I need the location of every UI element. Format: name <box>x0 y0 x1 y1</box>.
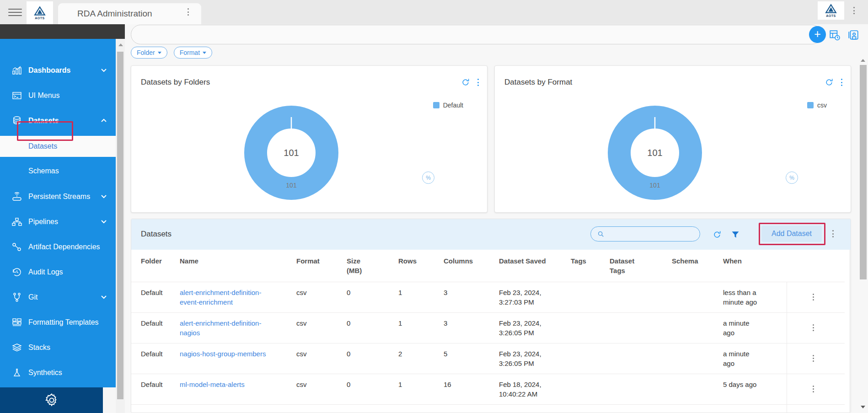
sidebar-scrollbar[interactable] <box>116 39 125 413</box>
sidebar-item-persistent-streams[interactable]: Persistent Streams <box>0 186 116 207</box>
sidebar-item-formatting-templates[interactable]: Formatting Templates <box>0 312 116 333</box>
dataset-link[interactable]: alert-enrichment-definition-vrops-new <box>180 410 279 413</box>
cell-rows: 1 <box>398 405 444 413</box>
column-header-dataset-tags[interactable]: Dataset Tags <box>610 250 672 282</box>
sidebar-item-ui-menus[interactable]: UI Menus <box>0 85 116 106</box>
brand-text: AOTS <box>826 14 836 17</box>
cell-name[interactable]: ml-model-meta-alerts <box>180 374 296 405</box>
scroll-up-icon[interactable] <box>861 59 865 62</box>
refresh-icon[interactable] <box>461 78 470 87</box>
cell-rows: 1 <box>398 313 444 343</box>
dataset-link[interactable]: alert-enrichment-definition-nagios <box>180 318 279 338</box>
row-more-icon[interactable] <box>813 294 814 300</box>
global-search-input[interactable] <box>131 25 822 44</box>
sidebar-item-pipelines[interactable]: Pipelines <box>0 211 116 232</box>
save-icon[interactable] <box>847 29 859 43</box>
sidebar-label: Synthetics <box>28 369 62 377</box>
scroll-down-icon[interactable] <box>861 406 865 408</box>
card-more-icon[interactable] <box>477 79 479 86</box>
account-logo[interactable]: AOTS <box>818 1 844 20</box>
filter-chip-folder[interactable]: Folder <box>131 47 167 59</box>
add-dataset-button[interactable]: Add Dataset <box>761 225 822 242</box>
dataset-link[interactable]: alert-enrichment-definition-event-enrich… <box>180 288 279 307</box>
search-input[interactable] <box>608 230 691 238</box>
column-header-actions <box>787 250 845 282</box>
cell-dataset-tags <box>610 282 672 313</box>
sidebar-item-git[interactable]: Git <box>0 287 116 308</box>
card-more-icon[interactable] <box>841 79 842 86</box>
cell-name[interactable]: alert-enrichment-definition-vrops-new <box>180 405 296 413</box>
sidebar-item-artifact-dependencies[interactable]: Artifact Dependencies <box>0 236 116 257</box>
column-header-tags[interactable]: Tags <box>571 250 610 282</box>
column-header-when[interactable]: When <box>723 250 787 282</box>
scrollbar-thumb[interactable] <box>851 262 851 413</box>
refresh-icon[interactable] <box>825 78 834 87</box>
dataset-link[interactable]: nagios-host-group-members <box>180 349 266 359</box>
sidebar-item-datasets[interactable]: Datasets <box>0 110 116 131</box>
cell-actions[interactable] <box>787 343 845 374</box>
column-header-name[interactable]: Name <box>180 250 296 282</box>
chevron-down-icon[interactable] <box>100 293 107 300</box>
percent-toggle-button[interactable]: % <box>422 172 434 184</box>
datasets-table: Folder Name Format Size (MB) Rows Column… <box>131 250 845 413</box>
table-row[interactable]: Default ml-model-meta-alerts csv 0 1 16 … <box>131 374 845 405</box>
chevron-down-icon[interactable] <box>100 218 107 225</box>
chevron-down-icon[interactable] <box>100 193 107 200</box>
table-row[interactable]: Default alert-enrichment-definition-even… <box>131 282 845 313</box>
refresh-icon[interactable] <box>713 230 722 241</box>
row-more-icon[interactable] <box>813 386 814 392</box>
column-header-columns[interactable]: Columns <box>444 250 499 282</box>
sidebar-item-datasets-sub[interactable]: Datasets <box>0 136 116 157</box>
cell-dataset-saved: Feb 18, 2024, 8:24:55 AM <box>499 405 571 413</box>
row-more-icon[interactable] <box>813 355 814 362</box>
page-scrollbar[interactable] <box>858 24 868 413</box>
table-row[interactable]: Default alert-enrichment-definition-nagi… <box>131 313 845 343</box>
filter-chip-format[interactable]: Format <box>174 47 212 59</box>
filter-icon[interactable] <box>731 230 740 241</box>
cell-when: less than a minute ago <box>723 282 787 313</box>
chevron-down-icon[interactable] <box>100 66 107 74</box>
sidebar-settings-button[interactable] <box>0 387 103 413</box>
grid-clock-icon[interactable] <box>829 29 841 43</box>
cell-rows: 2 <box>398 343 444 374</box>
sidebar-item-audit-logs[interactable]: Audit Logs <box>0 262 116 283</box>
sidebar-item-schemas[interactable]: Schemas <box>0 161 116 182</box>
column-header-schema[interactable]: Schema <box>672 250 723 282</box>
column-header-rows[interactable]: Rows <box>398 250 444 282</box>
column-header-format[interactable]: Format <box>296 250 347 282</box>
column-header-folder[interactable]: Folder <box>131 250 180 282</box>
menu-hamburger-icon[interactable] <box>8 6 22 17</box>
add-button[interactable]: + <box>809 26 826 43</box>
dataset-link[interactable]: ml-model-meta-alerts <box>180 380 245 389</box>
percent-toggle-button[interactable]: % <box>786 172 798 184</box>
table-scrollbar[interactable] <box>849 250 851 413</box>
history-clock-icon <box>9 267 25 277</box>
column-header-size[interactable]: Size (MB) <box>347 250 398 282</box>
sidebar-item-stacks[interactable]: Stacks <box>0 337 116 358</box>
table-row[interactable]: Default alert-enrichment-definition-vrop… <box>131 405 845 413</box>
scroll-up-icon[interactable] <box>118 43 123 46</box>
cell-name[interactable]: alert-enrichment-definition-nagios <box>180 313 296 343</box>
cell-actions[interactable] <box>787 405 845 413</box>
row-more-icon[interactable] <box>813 324 814 331</box>
cell-name[interactable]: nagios-host-group-members <box>180 343 296 374</box>
sidebar-item-synthetics[interactable]: Synthetics <box>0 362 116 383</box>
scrollbar-thumb[interactable] <box>860 65 867 279</box>
cell-actions[interactable] <box>787 282 845 313</box>
column-header-dataset-saved[interactable]: Dataset Saved <box>499 250 571 282</box>
table-row[interactable]: Default nagios-host-group-members csv 0 … <box>131 343 845 374</box>
cell-actions[interactable] <box>787 313 845 343</box>
tab-more-icon[interactable] <box>188 8 189 16</box>
cell-dataset-saved: Feb 23, 2024, 3:26:05 PM <box>499 313 571 343</box>
scrollbar-thumb[interactable] <box>117 52 123 399</box>
panel-more-icon[interactable] <box>832 230 834 237</box>
tab-rda-administration[interactable]: RDA Administration <box>58 3 201 24</box>
cell-format: csv <box>296 313 347 343</box>
datasets-search[interactable] <box>590 226 700 241</box>
cell-actions[interactable] <box>787 374 845 405</box>
app-window: AOTS RDA Administration AOTS <box>0 0 868 413</box>
app-more-icon[interactable] <box>853 7 855 14</box>
sidebar-item-dashboards[interactable]: Dashboards <box>0 60 116 81</box>
cell-name[interactable]: alert-enrichment-definition-event-enrich… <box>180 282 296 313</box>
chevron-up-icon[interactable] <box>100 117 107 124</box>
